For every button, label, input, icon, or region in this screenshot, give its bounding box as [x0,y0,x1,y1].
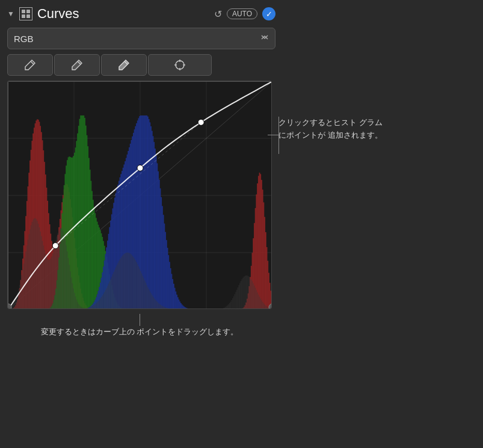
confirm-button[interactable]: ✓ [262,7,275,20]
auto-button[interactable]: AUTO [227,8,257,19]
bottom-annotation-line [140,314,140,326]
page-container: ▼ Curves ↺ AUTO ✓ RGB [0,0,483,448]
channel-selector[interactable]: RGB [7,28,275,49]
curve-wrapper: クリックするとヒスト グラムにポイントが 追加されます。 [7,81,275,309]
bottom-annotation-area: 変更するときはカーブ上の ポイントをドラッグします。 [7,314,272,339]
panel-header: ▼ Curves ↺ AUTO ✓ [7,6,275,22]
stepper-icon [260,32,269,45]
curves-grid-icon [19,7,32,20]
panel-title: Curves [37,6,209,22]
bottom-annotation-text: 変更するときはカーブ上の ポイントをドラッグします。 [41,326,239,339]
eyedropper-black-button[interactable] [7,54,53,76]
svg-point-3 [176,61,184,69]
tools-row [7,54,275,76]
eyedropper-mid-button[interactable] [54,54,100,76]
right-annotation-text: クリックするとヒスト グラムにポイントが 追加されます。 [278,117,387,142]
channel-label: RGB [14,34,34,44]
eyedropper-white-button[interactable] [101,54,147,76]
curve-area[interactable] [7,81,272,309]
target-point-button[interactable] [148,54,212,76]
right-annotation-line-h [268,135,280,135]
collapse-button[interactable]: ▼ [7,10,14,18]
curves-panel: ▼ Curves ↺ AUTO ✓ RGB [0,0,283,448]
undo-button[interactable]: ↺ [214,8,222,20]
